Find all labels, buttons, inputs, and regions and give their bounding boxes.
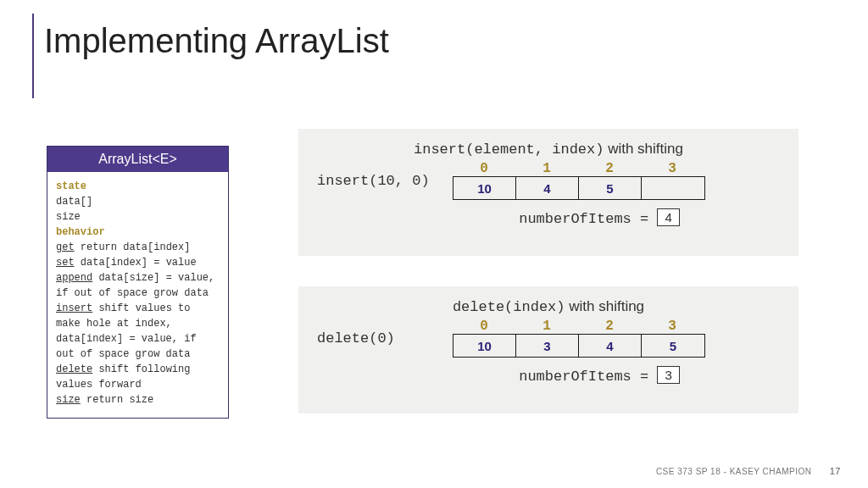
panel-title: delete(index) with shifting: [317, 298, 780, 315]
index-cell: 2: [578, 161, 641, 176]
count-value: 4: [657, 208, 679, 226]
page-title: Implementing ArrayList: [44, 22, 389, 60]
index-cell: 3: [641, 319, 704, 334]
fn-size: size: [56, 394, 81, 406]
accent-bar: [32, 14, 34, 98]
fn-delete: delete: [56, 363, 92, 375]
count-row: numberOfItems = 3: [317, 366, 780, 385]
behavior-label: behavior: [56, 226, 105, 238]
state-line: size: [56, 209, 220, 225]
count-row: numberOfItems = 4: [317, 208, 780, 227]
fn-set: set: [56, 257, 75, 269]
index-cell: 0: [453, 161, 515, 176]
array-cell: 3: [516, 335, 579, 357]
count-label: numberOfItems =: [519, 369, 657, 385]
index-cell: 1: [515, 319, 578, 334]
card-header: ArrayList<E>: [47, 147, 228, 172]
delete-panel: delete(index) with shifting delete(0) 0 …: [298, 286, 798, 413]
index-cell: 3: [641, 161, 704, 176]
op-label: insert(10, 0): [317, 173, 453, 189]
fn-desc: return data[index]: [75, 241, 191, 253]
fn-insert: insert: [56, 302, 92, 314]
index-cell: 1: [515, 161, 578, 176]
count-label: numberOfItems =: [519, 211, 657, 227]
fn-desc: return size: [81, 394, 153, 406]
array-cell: 4: [516, 177, 579, 199]
fn-get: get: [56, 241, 75, 253]
array-wrap: 0 1 2 3 10 3 4 5: [453, 319, 705, 358]
panel-title-code: delete(index): [453, 299, 565, 315]
array-cell: 5: [579, 177, 642, 199]
page-number: 17: [830, 466, 841, 476]
array-cell: 10: [453, 335, 516, 357]
count-value: 3: [657, 366, 679, 384]
array-cell: 4: [579, 335, 642, 357]
fn-append: append: [56, 272, 92, 284]
panel-title: insert(element, index) with shifting: [317, 141, 780, 158]
fn-desc: data[index] = value: [75, 257, 197, 269]
array-cell: 5: [642, 335, 704, 357]
insert-panel: insert(element, index) with shifting ins…: [298, 129, 798, 256]
array-cell: [642, 177, 704, 199]
panel-title-suffix: with shifting: [604, 141, 683, 157]
array-cells: 10 4 5: [453, 176, 705, 200]
panel-title-code: insert(element, index): [414, 141, 604, 158]
panel-title-suffix: with shifting: [565, 298, 645, 314]
array-cell: 10: [453, 177, 516, 199]
index-row: 0 1 2 3: [453, 161, 705, 176]
index-row: 0 1 2 3: [453, 319, 705, 334]
card-body: state data[] size behavior get return da…: [47, 172, 228, 418]
array-cells: 10 3 4 5: [453, 334, 705, 358]
class-card: ArrayList<E> state data[] size behavior …: [47, 146, 229, 419]
footer: CSE 373 SP 18 - KASEY CHAMPION 17: [656, 466, 841, 476]
state-line: data[]: [56, 194, 220, 209]
state-label: state: [56, 180, 86, 192]
array-wrap: 0 1 2 3 10 4 5: [453, 161, 705, 200]
index-cell: 2: [578, 319, 641, 334]
footer-text: CSE 373 SP 18 - KASEY CHAMPION: [656, 467, 812, 476]
op-label: delete(0): [317, 330, 453, 347]
index-cell: 0: [453, 319, 515, 334]
